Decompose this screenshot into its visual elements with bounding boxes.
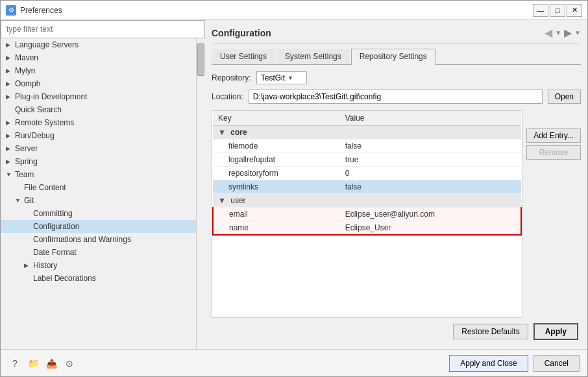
table-row[interactable]: name Eclipse_User (213, 221, 521, 236)
table-row[interactable]: symlinks false (213, 180, 521, 194)
sidebar-item-git[interactable]: ▼ Git (1, 194, 196, 207)
sidebar-item-committing[interactable]: Committing (1, 207, 196, 220)
table-row[interactable]: ▼ core (213, 126, 521, 140)
repo-row: Repository: TestGit ▼ (212, 71, 581, 84)
sidebar-item-label: Oomph (15, 79, 40, 88)
value-cell: false (340, 140, 522, 153)
sidebar-item-run-debug[interactable]: ▶ Run/Debug (1, 129, 196, 142)
sidebar-scroll-container: ▶ Language Servers ▶ Maven ▶ Mylyn ▶ Oom… (1, 38, 205, 349)
sidebar-item-label-decorations[interactable]: Label Decorations (1, 272, 196, 285)
sidebar-item-label: File Content (24, 183, 66, 192)
sidebar-item-remote-systems[interactable]: ▶ Remote Systems (1, 116, 196, 129)
titlebar: ⚙ Preferences — □ ✕ (1, 1, 587, 20)
expand-arrow: ▶ (6, 42, 12, 48)
export-icon[interactable]: 📤 (45, 357, 58, 370)
sidebar-item-history[interactable]: ▶ History (1, 259, 196, 272)
key-cell: email (213, 208, 340, 221)
restore-defaults-button[interactable]: Restore Defaults (453, 324, 528, 339)
filter-input[interactable] (1, 20, 205, 38)
maximize-button[interactable]: □ (550, 4, 565, 17)
expand-arrow: ▶ (6, 145, 12, 152)
expand-arrow: ▶ (6, 158, 12, 165)
section-name: user (230, 196, 245, 205)
sidebar-item-file-content[interactable]: File Content (1, 181, 196, 194)
sidebar-item-label: Quick Search (15, 105, 62, 114)
sidebar-scrollbar[interactable] (196, 38, 205, 349)
config-table-area: Key Value ▼ core (212, 110, 522, 318)
key-cell: repositoryform (213, 167, 340, 180)
sidebar-item-date-format[interactable]: Date Format (1, 246, 196, 259)
key-cell: filemode (213, 140, 340, 153)
sidebar-item-confirmations[interactable]: Confirmations and Warnings (1, 233, 196, 246)
sidebar-item-server[interactable]: ▶ Server (1, 142, 196, 155)
sidebar-item-label: Language Servers (15, 40, 79, 49)
expand-arrow: ▼ (15, 197, 21, 204)
content-area: ▶ Language Servers ▶ Maven ▶ Mylyn ▶ Oom… (1, 20, 587, 349)
key-cell: name (213, 221, 340, 236)
apply-button[interactable]: Apply (533, 323, 578, 340)
key-cell: logallrefupdat (213, 153, 340, 167)
sidebar-items: ▶ Language Servers ▶ Maven ▶ Mylyn ▶ Oom… (1, 38, 196, 349)
table-row[interactable]: repositoryform 0 (213, 167, 521, 180)
help-icon[interactable]: ? (8, 357, 21, 370)
tab-user-settings[interactable]: User Settings (212, 49, 275, 64)
section-cell: ▼ core (213, 126, 521, 140)
sidebar-item-language-servers[interactable]: ▶ Language Servers (1, 38, 196, 51)
table-action-buttons: Add Entry... Remove (526, 110, 581, 318)
expand-arrow: ▶ (6, 119, 12, 126)
repo-value: TestGit (261, 73, 285, 82)
circle-icon[interactable]: ⊙ (63, 357, 76, 370)
back-dropdown-icon[interactable]: ▼ (555, 29, 561, 36)
preferences-window: ⚙ Preferences — □ ✕ ▶ Language Servers ▶ (0, 0, 588, 377)
close-button[interactable]: ✕ (567, 4, 582, 17)
tab-repository-settings[interactable]: Repository Settings (351, 49, 435, 65)
sidebar-item-label: History (33, 261, 57, 270)
open-button[interactable]: Open (548, 90, 581, 104)
sidebar-item-label: Team (15, 170, 34, 179)
sidebar-item-team[interactable]: ▼ Team (1, 168, 196, 181)
panel-title: Configuration (212, 28, 271, 38)
expand-arrow: ▼ (6, 171, 12, 178)
window-title: Preferences (20, 6, 62, 15)
sidebar-item-quick-search[interactable]: Quick Search (1, 103, 196, 116)
bottom-panel: Restore Defaults Apply (212, 318, 581, 343)
remove-button[interactable]: Remove (526, 145, 581, 160)
nav-arrows: ◀ ▼ ▶ ▼ (545, 27, 581, 39)
repo-dropdown[interactable]: TestGit ▼ (256, 71, 307, 84)
tab-system-settings[interactable]: System Settings (276, 49, 350, 64)
sidebar-item-label: Committing (33, 209, 73, 218)
sidebar-item-label: Confirmations and Warnings (33, 235, 131, 244)
folder-icon[interactable]: 📁 (27, 357, 40, 370)
scrollbar-thumb[interactable] (197, 43, 204, 76)
expand-arrow: ▶ (24, 262, 31, 269)
app-icon: ⚙ (6, 5, 16, 16)
section-cell: ▼ user (213, 194, 521, 208)
user-section-header[interactable]: ▼ user (213, 194, 521, 208)
footer-buttons: Apply and Close Cancel (449, 355, 580, 372)
back-icon[interactable]: ◀ (545, 27, 552, 39)
sidebar-item-configuration[interactable]: Configuration (1, 220, 196, 233)
sidebar-item-label: Run/Debug (15, 131, 55, 140)
sidebar-item-spring[interactable]: ▶ Spring (1, 155, 196, 168)
location-input[interactable] (249, 90, 543, 104)
cancel-button[interactable]: Cancel (533, 355, 580, 372)
sidebar-item-plugin-dev[interactable]: ▶ Plug-in Development (1, 90, 196, 103)
sidebar-item-maven[interactable]: ▶ Maven (1, 51, 196, 64)
table-row[interactable]: logallrefupdat true (213, 153, 521, 167)
sidebar-item-mylyn[interactable]: ▶ Mylyn (1, 64, 196, 77)
forward-icon[interactable]: ▶ (564, 27, 572, 39)
section-name: core (230, 128, 247, 137)
sidebar-item-label: Spring (15, 157, 38, 166)
table-row[interactable]: filemode false (213, 140, 521, 153)
repo-label: Repository: (212, 73, 251, 82)
apply-and-close-button[interactable]: Apply and Close (449, 355, 528, 372)
add-entry-button[interactable]: Add Entry... (526, 128, 581, 143)
sidebar-item-oomph[interactable]: ▶ Oomph (1, 77, 196, 90)
sidebar-item-label: Configuration (33, 222, 79, 231)
sidebar: ▶ Language Servers ▶ Maven ▶ Mylyn ▶ Oom… (1, 20, 205, 349)
minimize-button[interactable]: — (533, 4, 548, 17)
table-section: Key Value ▼ core (212, 110, 581, 318)
table-row[interactable]: email Eclipse_user@aliyun.com (213, 208, 521, 221)
tabs: User Settings System Settings Repository… (212, 49, 581, 65)
forward-dropdown-icon[interactable]: ▼ (574, 29, 581, 36)
